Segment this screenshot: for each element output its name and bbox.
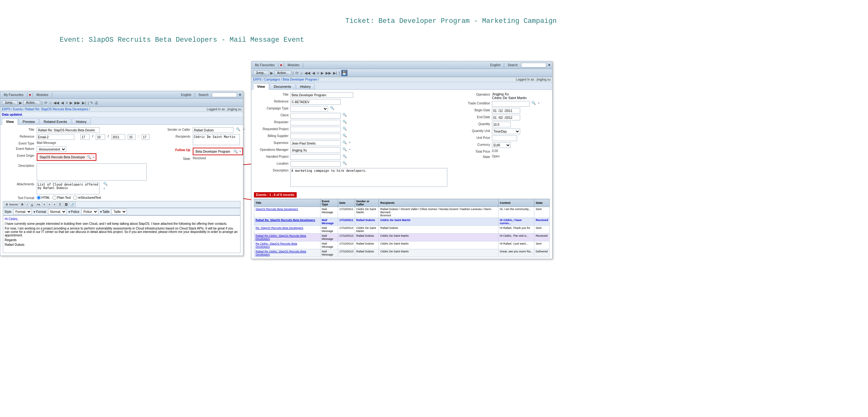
search-menu-left[interactable]: Search <box>196 93 210 97</box>
english-menu-r[interactable]: English <box>489 63 503 67</box>
nav-prev-prev[interactable]: ◀◀ <box>53 101 60 105</box>
rp-ct-icon[interactable]: 🔍 <box>330 106 334 110</box>
jump-button-right[interactable]: Jump... <box>253 71 269 75</box>
search-input-left[interactable] <box>212 93 237 97</box>
rp-tc-add[interactable]: + <box>538 101 539 105</box>
jump-icon-left[interactable]: ▶ <box>19 101 22 105</box>
date-m[interactable] <box>96 134 105 140</box>
rp-supervisor-input[interactable] <box>290 140 341 146</box>
rp-unit-price-input[interactable] <box>492 135 517 141</box>
tab-preview-left[interactable]: Preview <box>19 118 39 125</box>
rp-bill-icon[interactable]: 🔍 <box>342 134 347 138</box>
rp-begin-date-input[interactable] <box>492 108 520 113</box>
tab-history-right[interactable]: History <box>296 83 315 90</box>
followup-search-icon[interactable]: 🔍 <box>234 149 238 153</box>
er1-title[interactable]: SlapOS Recruits Beta Developers <box>254 207 320 218</box>
sender-search-icon[interactable]: 🔍 <box>236 127 241 131</box>
event-origin-search-icon[interactable]: 🔍 <box>87 155 91 159</box>
followup-add-icon[interactable]: + <box>239 149 241 153</box>
bold-btn[interactable]: B <box>20 202 25 207</box>
italic-btn[interactable]: I <box>26 202 29 207</box>
nav-list[interactable]: ≡ <box>65 101 68 105</box>
print-icon[interactable]: 🖨 <box>94 101 98 105</box>
font-btn[interactable]: Aa <box>35 202 41 207</box>
nav-next-next[interactable]: ▶▶ <box>74 101 81 105</box>
source-btn[interactable]: ⊞ Source <box>4 202 19 207</box>
style-select[interactable]: FormatNormal <box>13 209 32 214</box>
align-right-btn[interactable]: ≡ <box>53 202 57 207</box>
rp-ops-add[interactable]: + <box>349 147 351 151</box>
event-origin-add-icon[interactable]: + <box>93 155 94 159</box>
edit-icon[interactable]: ✎ <box>90 101 93 105</box>
maximize-icon-left[interactable]: ✕ <box>239 93 241 97</box>
tab-related-events[interactable]: Related Events <box>39 118 71 125</box>
reference-input[interactable] <box>37 134 74 140</box>
rp-title-input[interactable] <box>290 92 353 98</box>
my-favourites-menu-r[interactable]: My Favourites <box>253 63 277 67</box>
action-button-left[interactable]: Action... <box>23 100 40 105</box>
rp-client-icon[interactable]: 🔍 <box>342 113 347 117</box>
er3-title[interactable]: Re: SlapOS Recruits Beta Developers <box>254 226 320 234</box>
attach-icon[interactable]: 🔍 <box>103 182 108 186</box>
rp-description-textarea[interactable]: A marketing campaign to hire developers. <box>290 168 447 187</box>
description-textarea[interactable] <box>37 163 147 181</box>
restructured-radio[interactable] <box>73 196 77 200</box>
my-favourites-menu[interactable]: My Favourites <box>2 93 25 97</box>
english-menu[interactable]: English <box>179 93 193 97</box>
tab-documents-right[interactable]: Documents <box>270 83 296 90</box>
jump-button-left[interactable]: Jump... <box>2 100 18 105</box>
r-nav-end[interactable]: ▶| <box>333 71 338 75</box>
rp-tc-icon[interactable]: 🔍 <box>531 101 536 105</box>
nav-prev[interactable]: ◀ <box>60 101 64 105</box>
plain-radio[interactable] <box>53 196 57 200</box>
search-menu-r[interactable]: Search <box>506 63 520 67</box>
rp-sup-add[interactable]: + <box>349 140 351 144</box>
date-y[interactable] <box>111 134 125 140</box>
tab-view-right[interactable]: View <box>253 83 269 90</box>
maximize-icon-right[interactable]: ✕ <box>548 63 551 67</box>
rp-loc-icon[interactable]: 🔍 <box>342 161 347 165</box>
html-radio[interactable] <box>37 196 41 200</box>
rp-hp-icon[interactable]: 🔍 <box>342 154 347 158</box>
nav-refresh[interactable]: ⟳ <box>43 101 48 105</box>
rp-campaign-type-select[interactable] <box>290 106 328 112</box>
rp-currency-select[interactable]: EUR <box>492 142 511 148</box>
html-radio-label[interactable]: HTML <box>37 196 50 200</box>
rp-ops-icon[interactable]: 🔍 <box>342 147 347 151</box>
r-nav-home[interactable]: ⌂ <box>300 71 303 75</box>
r-nav-next[interactable]: ▶ <box>320 71 324 75</box>
rp-handled-project-input[interactable] <box>290 154 341 160</box>
format-select[interactable]: Normal <box>48 209 67 214</box>
rp-rp-icon[interactable]: 🔍 <box>342 127 347 131</box>
recipients-textarea[interactable]: Cédric De Saint Martin <box>193 134 240 145</box>
title-input[interactable] <box>37 127 99 133</box>
align-left-btn[interactable]: ≡ <box>42 202 46 207</box>
er2-title[interactable]: Rafael Re: SlapOS Recruits Beta Develope… <box>254 218 320 226</box>
followup-input[interactable] <box>195 149 232 154</box>
sender-add-icon[interactable]: + <box>243 127 245 131</box>
rp-trade-condition-input[interactable] <box>492 101 530 107</box>
r-nav-refresh[interactable]: ⟳ <box>295 71 299 75</box>
nav-next[interactable]: ▶ <box>69 101 73 105</box>
rp-billing-input[interactable] <box>290 134 341 139</box>
list-btn[interactable]: ☰ <box>57 202 62 207</box>
rp-location-input[interactable] <box>290 161 341 167</box>
taille-select[interactable]: Taille <box>112 209 127 214</box>
save-button-right[interactable]: 💾 <box>341 70 347 76</box>
content-editor[interactable]: Hi Cédric, I have currently some people … <box>3 215 241 253</box>
er4-title[interactable]: Rafael Re Cédric: SlapOS Recruits Beta D… <box>254 234 320 241</box>
tab-view-left[interactable]: View <box>2 118 18 125</box>
restructured-radio-label[interactable]: reStructuredText <box>73 196 101 200</box>
rp-req-icon[interactable]: 🔍 <box>342 120 347 124</box>
rp-quantity-unit-select[interactable]: Time/Day <box>492 129 520 134</box>
modules-menu[interactable]: Modules <box>34 93 50 97</box>
plain-radio-label[interactable]: Plain Text <box>53 196 71 200</box>
r-nav-prev-prev[interactable]: ◀◀ <box>304 71 311 75</box>
event-nature-select[interactable]: Announcement <box>37 146 66 152</box>
r-nav-prev[interactable]: ◀ <box>311 71 315 75</box>
attachments-textarea[interactable]: List of Cloud developers offered by Rafa… <box>37 182 99 195</box>
rp-reference-input[interactable] <box>290 99 341 105</box>
align-center-btn[interactable]: ≡ <box>48 202 52 207</box>
link-btn[interactable]: 🔗 <box>70 202 76 207</box>
time-h[interactable] <box>128 134 135 140</box>
